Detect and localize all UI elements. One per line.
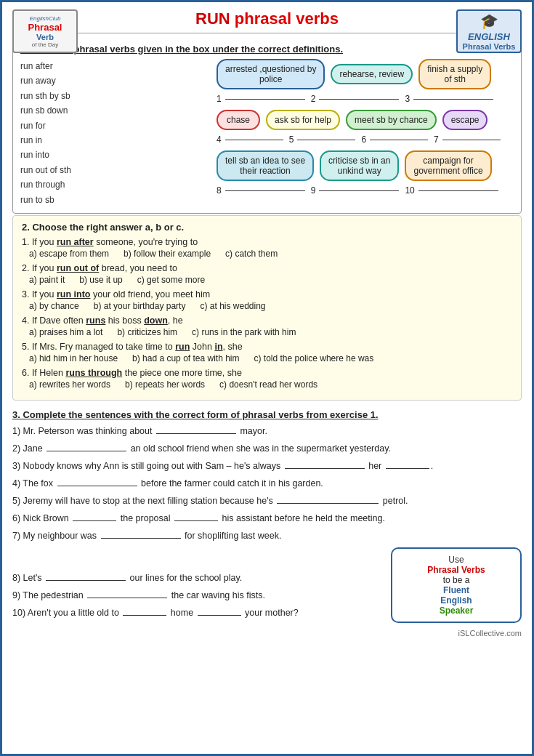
brand-label: EnglishClub — [30, 15, 61, 22]
list-item: run after — [20, 59, 110, 73]
option-a: a) praises him a lot — [29, 327, 102, 337]
bubble: criticise sb in anunkind way — [320, 150, 399, 181]
bubble: arrested ,questioned bypolice — [217, 59, 325, 89]
option-b: b) repeats her words — [125, 379, 205, 390]
bubble: tell sb an idea to seetheir reaction — [217, 150, 314, 181]
promo-tobe: to be a — [398, 575, 514, 585]
section3: 3. Complete the sentences with the corre… — [12, 406, 522, 626]
option-a: a) paint it — [29, 275, 65, 285]
bubble: rehearse, review — [331, 64, 413, 84]
option-b: b) at your birthday party — [94, 301, 186, 311]
question-4: 4. If Dave often runs his boss down, he … — [22, 315, 512, 337]
list-item: run for — [20, 118, 110, 133]
bubble: meet sb by chance — [346, 110, 437, 130]
number-blank: 6 — [361, 134, 428, 145]
option-a: a) by chance — [29, 301, 79, 311]
fill-sentence-8: 8) Let's our lines for the school play. — [12, 571, 391, 585]
section1: 1. Write the phrasal verbs given in the … — [12, 33, 522, 214]
number-blank: 8 — [217, 185, 305, 196]
fill-sentence-4: 4) The fox before the farmer could catch… — [12, 476, 522, 491]
option-b: b) criticizes him — [117, 327, 177, 337]
bubble: chase — [217, 110, 260, 130]
logo-left: EnglishClub Phrasal Verb of the Day — [12, 9, 78, 53]
option-b: b) follow their example — [124, 249, 211, 259]
options: a) praises him a lot b) criticizes him c… — [29, 327, 512, 337]
bottom-row: 8) Let's our lines for the school play. … — [12, 547, 522, 623]
options: a) escape from them b) follow their exam… — [29, 249, 512, 259]
option-c: c) doesn't read her words — [219, 379, 317, 390]
options: a) hid him in her house b) had a cup of … — [29, 353, 512, 363]
number-blank: 3 — [405, 94, 493, 104]
options: a) paint it b) use it up c) get some mor… — [29, 275, 512, 285]
bubbles-area: arrested ,questioned bypolice rehearse, … — [217, 59, 501, 207]
fill-sentence-6: 6) Nick Brown the proposal his assistant… — [12, 511, 522, 526]
list-item: run to sb — [20, 193, 110, 207]
number-blank: 1 — [217, 94, 305, 104]
option-a: a) hid him in her house — [29, 353, 118, 363]
number-blank: 9 — [311, 185, 400, 196]
numbering-row-2: 4 5 6 7 — [217, 134, 501, 145]
header: EnglishClub Phrasal Verb of the Day RUN … — [12, 9, 522, 28]
bubble: ask sb for help — [266, 110, 340, 130]
promo-pv: Phrasal Verbs — [398, 565, 514, 575]
list-item: run sth by sb — [20, 89, 110, 103]
fill-sentence-1: 1) Mr. Peterson was thinking about mayor… — [12, 424, 522, 438]
fill-sentence-10: 10) Aren't you a little old to home your… — [12, 606, 391, 620]
fill-sentence-5: 5) Jeremy will have to stop at the next … — [12, 494, 522, 508]
english-label: ENGLISH — [468, 31, 510, 42]
question-1: 1. If you run after someone, you're tryi… — [22, 237, 512, 259]
number-blank: 4 — [217, 134, 283, 145]
promo-english: English — [398, 595, 514, 606]
number-blank: 7 — [434, 134, 501, 145]
section2-heading: 2. Choose the right answer a, b or c. — [22, 222, 512, 233]
option-c: c) told the police where he was — [254, 353, 374, 363]
fill-lines-col: 8) Let's our lines for the school play. … — [12, 571, 391, 623]
list-item: run away — [20, 73, 110, 88]
section2: 2. Choose the right answer a, b or c. 1.… — [12, 215, 522, 401]
number-blank: 5 — [289, 134, 356, 145]
bubble: campaign forgovernment office — [405, 150, 491, 181]
list-item: run out of sth — [20, 163, 110, 177]
promo-fluent: Fluent — [398, 585, 514, 595]
bubble-row-3: tell sb an idea to seetheir reaction cri… — [217, 150, 501, 181]
question-text: 3. If you run into your old friend, you … — [22, 289, 512, 299]
options: a) rewrites her words b) repeats her wor… — [29, 379, 512, 390]
section1-heading: 1. Write the phrasal verbs given in the … — [20, 44, 514, 55]
isl-credit: iSLCollective.com — [12, 629, 522, 638]
question-text: 2. If you run out of bread, you need to — [22, 263, 512, 273]
promo-use: Use — [398, 555, 514, 565]
phrasal-label: Phrasal — [28, 22, 62, 33]
question-text: 5. If Mrs. Fry managed to take time to r… — [22, 342, 512, 352]
question-text: 6. If Helen runs through the piece one m… — [22, 368, 512, 378]
list-item: run into — [20, 148, 110, 162]
question-text: 4. If Dave often runs his boss down, he — [22, 315, 512, 326]
logo-right: 🎓 ENGLISH Phrasal Verbs — [456, 9, 522, 53]
bubble-row-2: chase ask sb for help meet sb by chance … — [217, 110, 501, 130]
promo-speaker: Speaker — [398, 606, 514, 616]
option-c: c) catch them — [225, 249, 278, 259]
numbering-row-3: 8 9 10 — [217, 185, 501, 196]
bubble: finish a supplyof sth — [418, 59, 491, 89]
option-b: b) had a cup of tea with him — [132, 353, 239, 363]
option-b: b) use it up — [79, 275, 122, 285]
bubble-row-1: arrested ,questioned bypolice rehearse, … — [217, 59, 501, 89]
option-a: a) escape from them — [29, 249, 109, 259]
list-item: run sb down — [20, 103, 110, 118]
numbering-row-1: 1 2 3 — [217, 94, 501, 104]
number-blank: 10 — [405, 185, 498, 196]
options: a) by chance b) at your birthday party c… — [29, 301, 512, 311]
phrasal-verbs-label: Phrasal Verbs — [463, 42, 516, 51]
question-3: 3. If you run into your old friend, you … — [22, 289, 512, 311]
list-item: run through — [20, 177, 110, 192]
fill-sentence-7: 7) My neighbour was for shoplifting last… — [12, 528, 522, 543]
graduation-icon: 🎓 — [480, 12, 498, 30]
bubble: escape — [442, 110, 488, 130]
verb-label: Verb — [36, 33, 54, 41]
fill-sentence-9: 9) The pedestrian the car waving his fis… — [12, 588, 391, 603]
number-blank: 2 — [311, 94, 400, 104]
question-5: 5. If Mrs. Fry managed to take time to r… — [22, 342, 512, 363]
section3-heading: 3. Complete the sentences with the corre… — [12, 409, 522, 420]
question-2: 2. If you run out of bread, you need to … — [22, 263, 512, 285]
fill-sentence-2: 2) Jane an old school friend when she wa… — [12, 441, 522, 456]
wordlist: run after run away run sth by sb run sb … — [20, 59, 115, 207]
